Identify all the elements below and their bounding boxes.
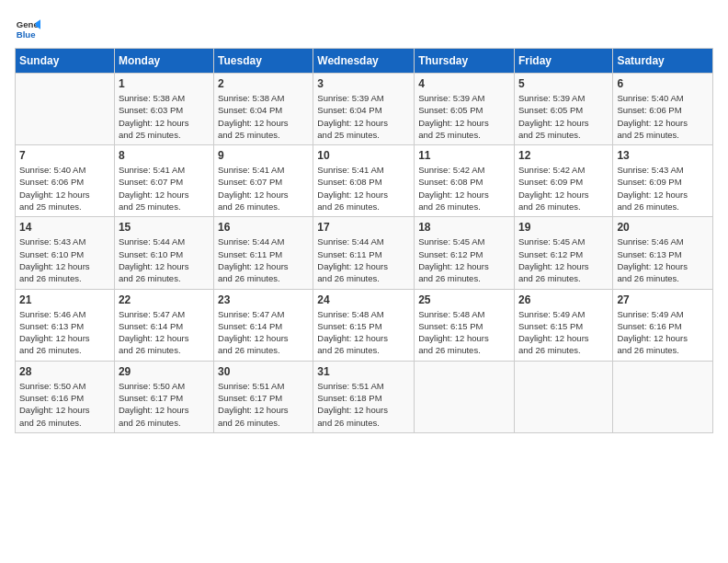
- day-info: Sunrise: 5:44 AM Sunset: 6:11 PM Dayligh…: [317, 236, 410, 284]
- calendar-cell: 11Sunrise: 5:42 AM Sunset: 6:08 PM Dayli…: [415, 145, 515, 217]
- day-info: Sunrise: 5:41 AM Sunset: 6:07 PM Dayligh…: [218, 164, 309, 213]
- logo: General Blue: [15, 15, 40, 40]
- day-info: Sunrise: 5:47 AM Sunset: 6:14 PM Dayligh…: [119, 308, 210, 357]
- calendar-cell: 2Sunrise: 5:38 AM Sunset: 6:04 PM Daylig…: [214, 74, 313, 145]
- calendar-cell: 24Sunrise: 5:48 AM Sunset: 6:15 PM Dayli…: [313, 289, 415, 361]
- header: General Blue: [15, 15, 713, 40]
- day-number: 28: [19, 365, 110, 378]
- col-header-sunday: Sunday: [16, 49, 115, 74]
- day-number: 13: [617, 149, 709, 162]
- day-number: 26: [518, 293, 609, 306]
- col-header-friday: Friday: [514, 49, 612, 74]
- calendar-cell: 21Sunrise: 5:46 AM Sunset: 6:13 PM Dayli…: [16, 289, 115, 361]
- calendar-cell: 19Sunrise: 5:45 AM Sunset: 6:12 PM Dayli…: [514, 217, 612, 289]
- svg-text:Blue: Blue: [17, 29, 36, 40]
- calendar-cell: [514, 361, 612, 432]
- day-info: Sunrise: 5:42 AM Sunset: 6:08 PM Dayligh…: [418, 164, 510, 213]
- calendar-cell: 15Sunrise: 5:44 AM Sunset: 6:10 PM Dayli…: [114, 217, 213, 289]
- day-info: Sunrise: 5:39 AM Sunset: 6:05 PM Dayligh…: [418, 92, 510, 141]
- calendar-cell: 23Sunrise: 5:47 AM Sunset: 6:14 PM Dayli…: [214, 289, 313, 361]
- day-number: 30: [218, 365, 309, 378]
- day-info: Sunrise: 5:40 AM Sunset: 6:06 PM Dayligh…: [617, 92, 709, 141]
- day-number: 4: [418, 77, 510, 90]
- calendar-cell: 14Sunrise: 5:43 AM Sunset: 6:10 PM Dayli…: [16, 217, 115, 289]
- calendar-header-row: SundayMondayTuesdayWednesdayThursdayFrid…: [16, 49, 713, 74]
- day-number: 12: [518, 149, 609, 162]
- day-info: Sunrise: 5:48 AM Sunset: 6:15 PM Dayligh…: [418, 308, 510, 357]
- day-info: Sunrise: 5:50 AM Sunset: 6:17 PM Dayligh…: [119, 380, 210, 429]
- calendar-cell: 25Sunrise: 5:48 AM Sunset: 6:15 PM Dayli…: [415, 289, 515, 361]
- day-info: Sunrise: 5:45 AM Sunset: 6:12 PM Dayligh…: [418, 236, 510, 284]
- col-header-wednesday: Wednesday: [313, 49, 415, 74]
- day-number: 11: [418, 149, 510, 162]
- week-row-3: 14Sunrise: 5:43 AM Sunset: 6:10 PM Dayli…: [16, 217, 713, 289]
- calendar-body: 1Sunrise: 5:38 AM Sunset: 6:03 PM Daylig…: [16, 74, 713, 433]
- calendar-cell: 13Sunrise: 5:43 AM Sunset: 6:09 PM Dayli…: [613, 145, 713, 217]
- day-info: Sunrise: 5:44 AM Sunset: 6:11 PM Dayligh…: [218, 236, 309, 284]
- day-number: 25: [418, 293, 510, 306]
- calendar-cell: 3Sunrise: 5:39 AM Sunset: 6:04 PM Daylig…: [313, 74, 415, 145]
- day-number: 24: [317, 293, 410, 306]
- week-row-4: 21Sunrise: 5:46 AM Sunset: 6:13 PM Dayli…: [16, 289, 713, 361]
- calendar-cell: 17Sunrise: 5:44 AM Sunset: 6:11 PM Dayli…: [313, 217, 415, 289]
- day-info: Sunrise: 5:38 AM Sunset: 6:04 PM Dayligh…: [218, 92, 309, 141]
- calendar-cell: [613, 361, 713, 432]
- day-info: Sunrise: 5:39 AM Sunset: 6:05 PM Dayligh…: [518, 92, 609, 141]
- day-info: Sunrise: 5:42 AM Sunset: 6:09 PM Dayligh…: [518, 164, 609, 213]
- day-number: 16: [218, 221, 309, 234]
- calendar-cell: 7Sunrise: 5:40 AM Sunset: 6:06 PM Daylig…: [16, 145, 115, 217]
- calendar-cell: 30Sunrise: 5:51 AM Sunset: 6:17 PM Dayli…: [214, 361, 313, 432]
- day-info: Sunrise: 5:49 AM Sunset: 6:15 PM Dayligh…: [518, 308, 609, 357]
- day-number: 7: [19, 149, 110, 162]
- day-info: Sunrise: 5:43 AM Sunset: 6:10 PM Dayligh…: [19, 236, 110, 284]
- day-number: 20: [617, 221, 709, 234]
- day-info: Sunrise: 5:45 AM Sunset: 6:12 PM Dayligh…: [518, 236, 609, 284]
- calendar-cell: 4Sunrise: 5:39 AM Sunset: 6:05 PM Daylig…: [415, 74, 515, 145]
- day-number: 23: [218, 293, 309, 306]
- day-info: Sunrise: 5:50 AM Sunset: 6:16 PM Dayligh…: [19, 380, 110, 429]
- day-info: Sunrise: 5:43 AM Sunset: 6:09 PM Dayligh…: [617, 164, 709, 213]
- day-number: 9: [218, 149, 309, 162]
- calendar-cell: [16, 74, 115, 145]
- calendar-cell: 27Sunrise: 5:49 AM Sunset: 6:16 PM Dayli…: [613, 289, 713, 361]
- calendar-cell: 22Sunrise: 5:47 AM Sunset: 6:14 PM Dayli…: [114, 289, 213, 361]
- calendar-cell: 8Sunrise: 5:41 AM Sunset: 6:07 PM Daylig…: [114, 145, 213, 217]
- day-info: Sunrise: 5:39 AM Sunset: 6:04 PM Dayligh…: [317, 92, 410, 141]
- calendar-cell: 5Sunrise: 5:39 AM Sunset: 6:05 PM Daylig…: [514, 74, 612, 145]
- day-info: Sunrise: 5:51 AM Sunset: 6:18 PM Dayligh…: [317, 380, 410, 429]
- day-number: 21: [19, 293, 110, 306]
- day-number: 17: [317, 221, 410, 234]
- day-number: 31: [317, 365, 410, 378]
- day-number: 29: [119, 365, 210, 378]
- calendar-cell: 6Sunrise: 5:40 AM Sunset: 6:06 PM Daylig…: [613, 74, 713, 145]
- calendar-cell: 12Sunrise: 5:42 AM Sunset: 6:09 PM Dayli…: [514, 145, 612, 217]
- day-number: 8: [119, 149, 210, 162]
- col-header-thursday: Thursday: [415, 49, 515, 74]
- calendar-cell: 16Sunrise: 5:44 AM Sunset: 6:11 PM Dayli…: [214, 217, 313, 289]
- col-header-monday: Monday: [114, 49, 213, 74]
- day-number: 10: [317, 149, 410, 162]
- day-info: Sunrise: 5:40 AM Sunset: 6:06 PM Dayligh…: [19, 164, 110, 213]
- day-info: Sunrise: 5:49 AM Sunset: 6:16 PM Dayligh…: [617, 308, 709, 357]
- calendar-cell: 10Sunrise: 5:41 AM Sunset: 6:08 PM Dayli…: [313, 145, 415, 217]
- calendar-cell: 26Sunrise: 5:49 AM Sunset: 6:15 PM Dayli…: [514, 289, 612, 361]
- col-header-tuesday: Tuesday: [214, 49, 313, 74]
- day-info: Sunrise: 5:41 AM Sunset: 6:07 PM Dayligh…: [119, 164, 210, 213]
- calendar-cell: 28Sunrise: 5:50 AM Sunset: 6:16 PM Dayli…: [16, 361, 115, 432]
- day-number: 3: [317, 77, 410, 90]
- day-number: 15: [119, 221, 210, 234]
- day-number: 22: [119, 293, 210, 306]
- day-info: Sunrise: 5:46 AM Sunset: 6:13 PM Dayligh…: [617, 236, 709, 284]
- calendar-cell: 20Sunrise: 5:46 AM Sunset: 6:13 PM Dayli…: [613, 217, 713, 289]
- day-number: 18: [418, 221, 510, 234]
- calendar-cell: 9Sunrise: 5:41 AM Sunset: 6:07 PM Daylig…: [214, 145, 313, 217]
- calendar-cell: 31Sunrise: 5:51 AM Sunset: 6:18 PM Dayli…: [313, 361, 415, 432]
- day-info: Sunrise: 5:44 AM Sunset: 6:10 PM Dayligh…: [119, 236, 210, 284]
- day-info: Sunrise: 5:41 AM Sunset: 6:08 PM Dayligh…: [317, 164, 410, 213]
- calendar-cell: 1Sunrise: 5:38 AM Sunset: 6:03 PM Daylig…: [114, 74, 213, 145]
- week-row-5: 28Sunrise: 5:50 AM Sunset: 6:16 PM Dayli…: [16, 361, 713, 432]
- day-info: Sunrise: 5:48 AM Sunset: 6:15 PM Dayligh…: [317, 308, 410, 357]
- calendar-cell: 18Sunrise: 5:45 AM Sunset: 6:12 PM Dayli…: [415, 217, 515, 289]
- week-row-1: 1Sunrise: 5:38 AM Sunset: 6:03 PM Daylig…: [16, 74, 713, 145]
- day-info: Sunrise: 5:38 AM Sunset: 6:03 PM Dayligh…: [119, 92, 210, 141]
